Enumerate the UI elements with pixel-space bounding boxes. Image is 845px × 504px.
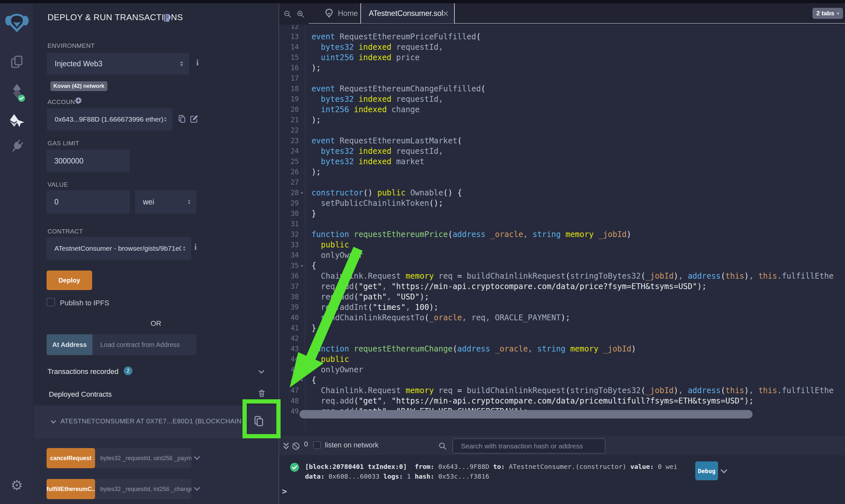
copy-account-icon[interactable] xyxy=(177,114,187,124)
tx-log-line-1[interactable]: [block:20780401 txIndex:0] from: 0x643..… xyxy=(305,462,677,471)
search-icon xyxy=(438,442,447,450)
code-line-27[interactable]: 27 xyxy=(279,177,845,187)
listen-on-network-label: listen on network xyxy=(325,441,379,449)
terminal-search-input[interactable]: Search with transaction hash or address xyxy=(452,438,605,454)
fulfillethereumchange-params-input[interactable]: bytes32 _requestId, int256 _change xyxy=(95,479,191,499)
code-line-25[interactable]: 25 bytes32 indexed market xyxy=(279,157,845,167)
sign-message-edit-icon[interactable] xyxy=(189,114,199,124)
account-select[interactable]: 0x643...9F88D (1.666673996 ether) xyxy=(47,108,173,130)
expand-terminal-double-chevron-icon[interactable] xyxy=(282,442,290,450)
fulfillethereumchange-expand-chevron-icon[interactable] xyxy=(193,485,201,493)
deployed-contract-row[interactable]: ATESTNETCONSUMER AT 0X7E7...E80D1 (BLOCK… xyxy=(34,406,278,438)
code-line-17[interactable]: 17 xyxy=(279,73,845,84)
remix-logo-icon[interactable] xyxy=(0,13,34,33)
line-number: 46 xyxy=(279,375,299,385)
transactions-chevron-down-icon[interactable] xyxy=(257,368,265,376)
pending-tx-count: 0 xyxy=(304,440,308,448)
cancelrequest-params-input[interactable]: bytes32 _requestId, uint256 _payment, by xyxy=(95,448,191,468)
code-line-16[interactable]: 16 ); xyxy=(279,63,845,73)
code-line-35[interactable]: 35▾ { xyxy=(279,260,845,271)
code-line-39[interactable]: 39 req.addInt("times", 100); xyxy=(279,302,845,312)
line-number: 32 xyxy=(279,229,299,240)
documentation-book-icon[interactable] xyxy=(162,13,172,23)
deploy-button[interactable]: Deploy xyxy=(47,271,92,290)
terminal-prompt[interactable]: > xyxy=(282,486,287,496)
tab-home[interactable]: Home xyxy=(324,3,358,23)
code-line-45[interactable]: 45 onlyOwner xyxy=(279,364,845,375)
panel-editor-divider[interactable] xyxy=(278,3,279,504)
deployed-contract-title: ATESTNETCONSUMER AT 0X7E7...E80D1 (BLOCK… xyxy=(61,417,243,425)
code-line-18[interactable]: 18 event RequestEthereumChangeFulfilled( xyxy=(279,84,845,94)
code-line-30[interactable]: 30 } xyxy=(279,209,845,219)
code-line-37[interactable]: 37 req.add("get", "https://min-api.crypt… xyxy=(279,281,845,292)
code-line-21[interactable]: 21 ); xyxy=(279,115,845,125)
publish-ipfs-checkbox[interactable] xyxy=(47,298,55,306)
code-line-46[interactable]: 46▾ { xyxy=(279,375,845,385)
contract-select[interactable]: ATestnetConsumer - browser/gists/9b71e07… xyxy=(47,237,191,260)
code-line-32[interactable]: 32 function requestEthereumPrice(address… xyxy=(279,229,845,240)
contract-expand-chevron-icon[interactable] xyxy=(50,418,57,426)
line-number: 44 xyxy=(279,354,299,364)
tx-log-line-2[interactable]: data: 0x608...60033 logs: 1 hash: 0x53c.… xyxy=(305,471,489,481)
file-explorer-icon[interactable] xyxy=(0,54,34,70)
code-line-13[interactable]: 13 event RequestEthereumPriceFulfilled( xyxy=(279,32,845,42)
close-tab-icon[interactable] xyxy=(442,11,449,17)
network-badge: Kovan (42) network xyxy=(50,81,107,91)
fulfillethereumchange-function-button[interactable]: fulfillEthereumC... xyxy=(47,479,95,499)
code-line-22[interactable]: 22 xyxy=(279,125,845,136)
code-line-26[interactable]: 26 ); xyxy=(279,167,845,177)
code-line-28[interactable]: 28▾ constructor() public Ownable() { xyxy=(279,187,845,198)
value-unit-select[interactable]: wei xyxy=(135,190,196,214)
code-line-43[interactable]: 43 function requestEthereumChange(addres… xyxy=(279,344,845,354)
value-input[interactable]: 0 xyxy=(47,190,130,214)
code-line-42[interactable]: 42 xyxy=(279,333,845,344)
code-line-47[interactable]: 47 Chainlink.Request memory req = buildC… xyxy=(279,385,845,396)
debug-button[interactable]: Debug xyxy=(695,462,718,480)
zoom-out-icon[interactable] xyxy=(283,10,292,18)
at-address-input[interactable]: Load contract from Address xyxy=(92,334,196,355)
solidity-compiler-icon[interactable] xyxy=(0,83,34,102)
plugin-manager-icon[interactable] xyxy=(0,139,34,154)
tx-details-chevron-icon[interactable] xyxy=(719,467,728,476)
code-line-34[interactable]: 34 onlyOwner xyxy=(279,250,845,260)
code-line-23[interactable]: 23 event RequestEthereumLastMarket( xyxy=(279,136,845,146)
clear-deployed-trash-icon[interactable] xyxy=(257,389,266,398)
code-line-15[interactable]: 15 uint256 indexed price xyxy=(279,52,845,63)
horizontal-scrollbar[interactable] xyxy=(299,410,753,418)
zoom-in-icon[interactable] xyxy=(296,10,305,18)
code-line-36[interactable]: 36 Chainlink.Request memory req = buildC… xyxy=(279,271,845,281)
line-number: 48 xyxy=(279,396,299,406)
contract-info-icon[interactable]: i xyxy=(194,242,196,252)
cancelrequest-function-button[interactable]: cancelRequest xyxy=(47,448,95,468)
code-line-20[interactable]: 20 int256 indexed change xyxy=(279,104,845,115)
listen-on-network-checkbox[interactable] xyxy=(313,441,321,449)
cancelrequest-expand-chevron-icon[interactable] xyxy=(193,454,201,462)
code-line-44[interactable]: 44 public xyxy=(279,354,845,364)
code-line-29[interactable]: 29 setPublicChainlinkToken(); xyxy=(279,198,845,209)
tabs-count-dropdown[interactable]: 2 tabs ▾ xyxy=(812,8,843,19)
code-line-33[interactable]: 33 public xyxy=(279,240,845,250)
settings-gear-icon[interactable]: ⚙ xyxy=(0,479,34,492)
copy-contract-address-button[interactable] xyxy=(246,407,272,437)
clear-console-ban-icon[interactable] xyxy=(292,442,300,450)
copy-address-icon[interactable] xyxy=(252,415,265,428)
code-line-40[interactable]: 40 sendChainlinkRequestTo(_oracle, req, … xyxy=(279,312,845,323)
line-number: 33 xyxy=(279,240,299,250)
environment-info-icon[interactable]: i xyxy=(196,58,199,68)
environment-select[interactable]: Injected Web3 xyxy=(47,53,189,74)
remix-ide-screen: ⚙ DEPLOY & RUN TRANSACTIONS ENVIRONMENT … xyxy=(0,0,845,504)
code-line-31[interactable]: 31 xyxy=(279,219,845,229)
code-line-24[interactable]: 24 bytes32 indexed requestId, xyxy=(279,146,845,157)
gas-limit-input[interactable]: 3000000 xyxy=(47,149,130,172)
at-address-button[interactable]: At Address xyxy=(47,334,92,355)
code-line-41[interactable]: 41 } xyxy=(279,323,845,333)
transactions-recorded-label: Transactions recorded xyxy=(48,367,119,376)
code-line-14[interactable]: 14 bytes32 indexed requestId, xyxy=(279,42,845,52)
create-account-plus-icon[interactable] xyxy=(75,97,82,104)
code-line-48[interactable]: 48 req.add("get", "https://min-api.crypt… xyxy=(279,396,845,406)
tab-atestnetconsumer[interactable]: ATestnetConsumer.sol xyxy=(360,3,455,23)
deploy-and-run-icon[interactable] xyxy=(0,113,34,127)
code-line-19[interactable]: 19 bytes32 indexed requestId, xyxy=(279,94,845,104)
code-line-38[interactable]: 38 req.add("path", "USD"); xyxy=(279,292,845,302)
line-number: 29 xyxy=(279,198,299,209)
